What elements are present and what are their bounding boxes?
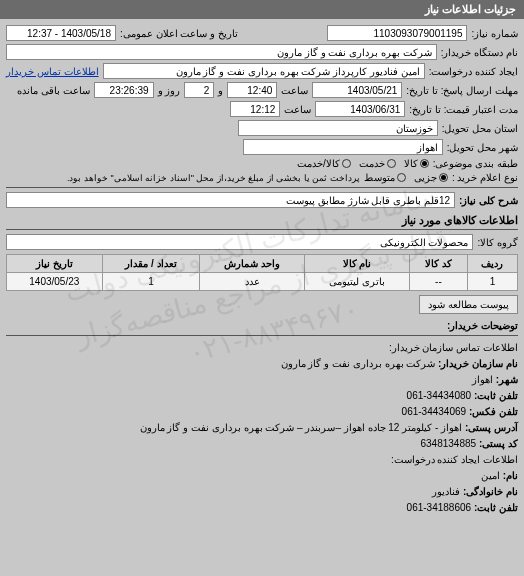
category-label: طبقه بندی موضوعی: xyxy=(433,158,518,169)
org-post-label: کد پستی: xyxy=(479,438,518,449)
th-name: نام کالا xyxy=(305,255,410,273)
remaining-field: 23:26:39 xyxy=(94,82,154,98)
separator xyxy=(6,335,518,336)
th-date: تاریخ نیاز xyxy=(7,255,103,273)
radio-dot-icon xyxy=(387,159,396,168)
content-area: شماره نیاز: 1103093079001195 تاریخ و ساع… xyxy=(0,19,524,522)
header-bar: جزئیات اطلاعات نیاز xyxy=(0,0,524,19)
goods-group-field: محصولات الکترونیکی xyxy=(6,234,473,250)
city-field: اهواز xyxy=(243,139,443,155)
org-post: 6348134885 xyxy=(420,438,476,449)
province-field: خوزستان xyxy=(238,120,438,136)
deadline-label: مهلت ارسال پاسخ: تا تاریخ: xyxy=(406,85,518,96)
org-city: اهواز xyxy=(472,374,493,385)
purchase-type-label: نوع اعلام خرید : xyxy=(452,172,518,183)
org-addr: اهواز - کیلومتر 12 جاده اهواز –سربندر – … xyxy=(140,422,462,433)
radio-dot-icon xyxy=(439,173,448,182)
td-row: 1 xyxy=(467,273,517,291)
table-header-row: ردیف کد کالا نام کالا واحد شمارش تعداد /… xyxy=(7,255,518,273)
main-title-label: شرح کلی نیاز: xyxy=(459,195,518,206)
td-code: -- xyxy=(409,273,467,291)
td-unit: عدد xyxy=(200,273,305,291)
validity-time-field: 12:12 xyxy=(230,101,280,117)
buyer-device-label: نام دستگاه خریدار: xyxy=(441,47,518,58)
table-row: 1 -- باتری لیتیومی عدد 1 1403/05/23 xyxy=(7,273,518,291)
deadline-time-field: 12:40 xyxy=(227,82,277,98)
radio-kala[interactable]: کالا xyxy=(404,158,429,169)
validity-date-field: 1403/06/31 xyxy=(315,101,405,117)
purchase-type-radios: جزیی متوسط xyxy=(364,172,448,183)
radio-dot-icon xyxy=(397,173,406,182)
cr-family: فنادیور xyxy=(432,486,460,497)
goods-section-title: اطلاعات کالاهای مورد نیاز xyxy=(6,214,518,230)
need-number-label: شماره نیاز: xyxy=(471,28,518,39)
province-label: استان محل تحویل: xyxy=(442,123,518,134)
org-fax: 34434069-061 xyxy=(402,406,467,417)
buyer-device-field: شرکت بهره برداری نفت و گاز مارون xyxy=(6,44,437,60)
td-name: باتری لیتیومی xyxy=(305,273,410,291)
td-qty: 1 xyxy=(102,273,200,291)
time-label-1: ساعت xyxy=(281,85,308,96)
time-label-2: ساعت xyxy=(284,104,311,115)
radio-khedmat[interactable]: خدمت xyxy=(359,158,396,169)
org-name-label: نام سازمان خریدار: xyxy=(438,358,518,369)
contact-info-block: اطلاعات تماس سازمان خریدار: نام سازمان خ… xyxy=(6,340,518,515)
radio-kala-khedmat[interactable]: کالا/خدمت xyxy=(297,158,351,169)
days-field: 2 xyxy=(184,82,214,98)
purchase-note: پرداخت ثمن یا بخشی از مبلغ خرید،از محل "… xyxy=(67,173,360,183)
org-phone-label: تلفن ثابت: xyxy=(474,390,518,401)
org-fax-label: تلفن فکس: xyxy=(469,406,518,417)
th-code: کد کالا xyxy=(409,255,467,273)
org-addr-label: آدرس پستی: xyxy=(465,422,518,433)
org-city-label: شهر: xyxy=(496,374,518,385)
creator-label: ایجاد کننده درخواست: xyxy=(429,66,518,77)
remaining-label: ساعت باقی مانده xyxy=(17,85,90,96)
th-unit: واحد شمارش xyxy=(200,255,305,273)
need-number-field: 1103093079001195 xyxy=(327,25,467,41)
org-name: شرکت بهره برداری نفت و گاز مارون xyxy=(281,358,436,369)
announce-label: تاریخ و ساعت اعلان عمومی: xyxy=(120,28,238,39)
deadline-date-field: 1403/05/21 xyxy=(312,82,402,98)
th-qty: تعداد / مقدار xyxy=(102,255,200,273)
radio-motavaset[interactable]: متوسط xyxy=(364,172,406,183)
cr-family-label: نام خانوادگی: xyxy=(463,486,518,497)
cr-phone-label: تلفن ثابت: xyxy=(474,502,518,513)
validity-label: مدت اعتبار قیمت: تا تاریخ: xyxy=(409,104,518,115)
goods-table: ردیف کد کالا نام کالا واحد شمارش تعداد /… xyxy=(6,254,518,291)
org-phone: 34434080-061 xyxy=(407,390,472,401)
city-label: شهر محل تحویل: xyxy=(447,142,518,153)
goods-group-label: گروه کالا: xyxy=(477,237,518,248)
radio-dot-icon xyxy=(342,159,351,168)
td-date: 1403/05/23 xyxy=(7,273,103,291)
announce-field: 1403/05/18 - 12:37 xyxy=(6,25,116,41)
th-row: ردیف xyxy=(467,255,517,273)
cr-name-label: نام: xyxy=(503,470,518,481)
contact-section-title: اطلاعات تماس سازمان خریدار: xyxy=(6,340,518,355)
cr-phone: 34188606-061 xyxy=(407,502,472,513)
category-radios: کالا خدمت کالا/خدمت xyxy=(297,158,429,169)
contact-link[interactable]: اطلاعات تماس خریدار xyxy=(6,66,99,77)
descriptions-label: توضیحات خریدار: xyxy=(447,320,518,331)
radio-dot-icon xyxy=(420,159,429,168)
separator xyxy=(6,187,518,188)
and-label: و xyxy=(218,85,223,96)
creator-field: امین فنادیور کارپرداز شرکت بهره برداری ن… xyxy=(103,63,425,79)
creator-section-title: اطلاعات ایجاد کننده درخواست: xyxy=(6,452,518,467)
days-label: روز و xyxy=(158,85,181,96)
radio-jozi[interactable]: جزیی xyxy=(414,172,448,183)
cr-name: امین xyxy=(481,470,500,481)
attachment-button[interactable]: پیوست مطالعه شود xyxy=(419,295,518,314)
main-title-field: 12قلم باطری قابل شارژ مطابق پیوست xyxy=(6,192,455,208)
